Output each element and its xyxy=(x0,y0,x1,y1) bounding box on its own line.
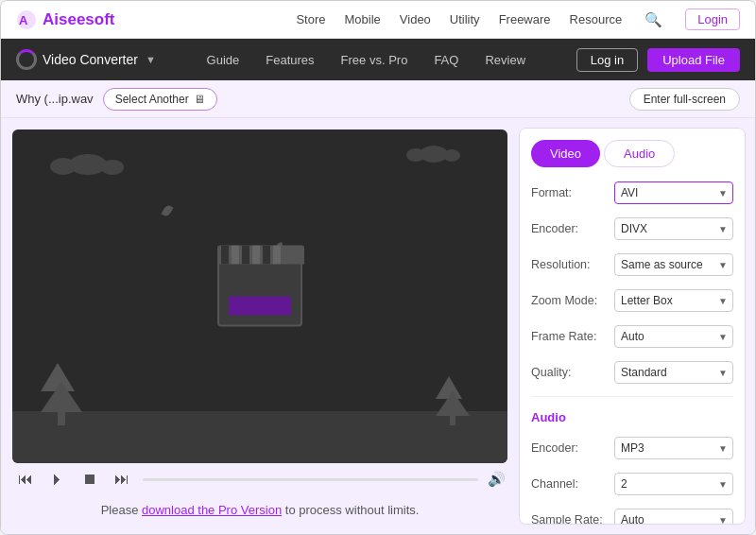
quality-select-wrap: Standard ▼ xyxy=(614,361,733,384)
framerate-row: Frame Rate: Auto ▼ xyxy=(531,322,733,351)
search-icon[interactable]: 🔍 xyxy=(641,11,666,28)
quality-label: Quality: xyxy=(531,366,607,379)
resolution-select-wrap: Same as source ▼ xyxy=(614,253,733,276)
audio-encoder-label: Encoder: xyxy=(531,441,607,455)
resolution-label: Resolution: xyxy=(531,258,607,271)
nav-store[interactable]: Store xyxy=(296,12,325,26)
bottom-bar: Please download the Pro Version to proce… xyxy=(12,495,507,526)
resolution-select[interactable]: Same as source xyxy=(614,253,733,276)
file-label: Why (...ip.wav xyxy=(16,92,94,106)
spinner-icon xyxy=(16,49,37,70)
play-button[interactable]: ⏵ xyxy=(46,469,69,490)
divider xyxy=(531,396,733,397)
sample-rate-select[interactable]: Auto xyxy=(614,509,733,525)
subnav-review[interactable]: Review xyxy=(485,53,525,67)
subnav-guide[interactable]: Guide xyxy=(207,53,240,67)
encoder-select-wrap: DIVX ▼ xyxy=(614,217,733,240)
tab-audio[interactable]: Audio xyxy=(604,140,675,167)
sample-rate-select-wrap: Auto ▼ xyxy=(614,509,733,525)
format-row: Format: AVI ▼ xyxy=(531,179,733,207)
enter-fullscreen-button[interactable]: Enter full-screen xyxy=(629,88,740,111)
logo-icon: A xyxy=(16,9,37,30)
top-nav-links: Store Mobile Video Utility Freeware Reso… xyxy=(296,9,740,30)
bottom-suffix: to process without limits. xyxy=(282,503,419,517)
channel-row: Channel: 2 ▼ xyxy=(531,470,733,498)
sub-nav-links: Guide Features Free vs. Pro FAQ Review xyxy=(207,53,525,67)
quality-row: Quality: Standard ▼ xyxy=(531,358,733,387)
video-preview xyxy=(12,129,507,463)
zoom-label: Zoom Mode: xyxy=(531,294,607,307)
stop-button[interactable]: ⏹ xyxy=(78,469,101,490)
subnav-features[interactable]: Features xyxy=(266,53,314,67)
monitor-icon: 🖥 xyxy=(194,93,205,106)
main-content: ⏮ ⏵ ⏹ ⏭ 🔊 Please download the Pro Versio… xyxy=(1,118,755,534)
toolbar: Why (...ip.wav Select Another 🖥 Enter fu… xyxy=(1,80,755,118)
select-another-label: Select Another xyxy=(115,93,189,106)
audio-section-label: Audio xyxy=(531,406,733,426)
subnav-freevspro[interactable]: Free vs. Pro xyxy=(341,53,408,67)
nav-video[interactable]: Video xyxy=(400,12,431,26)
zoom-select-wrap: Letter Box ▼ xyxy=(614,289,733,312)
channel-select[interactable]: 2 xyxy=(614,473,733,495)
audio-encoder-select[interactable]: MP3 xyxy=(614,437,733,459)
format-label: Format: xyxy=(531,186,607,199)
skip-back-button[interactable]: ⏮ xyxy=(14,469,37,490)
app-name: Video Converter xyxy=(43,52,138,67)
framerate-select-wrap: Auto ▼ xyxy=(614,325,733,348)
encoder-row: Encoder: DIVX ▼ xyxy=(531,215,733,243)
sample-rate-label: Sample Rate: xyxy=(531,513,607,525)
select-another-button[interactable]: Select Another 🖥 xyxy=(103,88,217,111)
subnav-faq[interactable]: FAQ xyxy=(434,53,458,67)
format-select-wrap: AVI ▼ xyxy=(614,181,733,204)
audio-encoder-row: Encoder: MP3 ▼ xyxy=(531,434,733,462)
encoder-label: Encoder: xyxy=(531,222,607,235)
nav-utility[interactable]: Utility xyxy=(450,12,480,26)
nav-resource[interactable]: Resource xyxy=(570,12,623,26)
sub-nav-left: Video Converter ▼ xyxy=(16,49,156,70)
format-select[interactable]: AVI xyxy=(614,181,733,204)
sub-nav-right: Log in Upload File xyxy=(576,48,740,72)
framerate-label: Frame Rate: xyxy=(531,330,607,343)
dropdown-arrow-icon[interactable]: ▼ xyxy=(146,54,156,65)
tab-row: Video Audio xyxy=(531,140,733,167)
tab-video[interactable]: Video xyxy=(531,140,600,167)
encoder-select[interactable]: DIVX xyxy=(614,217,733,240)
channel-select-wrap: 2 ▼ xyxy=(614,473,733,495)
zoom-row: Zoom Mode: Letter Box ▼ xyxy=(531,286,733,315)
svg-text:A: A xyxy=(19,13,28,27)
logo: A Aiseesoft xyxy=(16,9,115,30)
resolution-row: Resolution: Same as source ▼ xyxy=(531,250,733,279)
log-in-button[interactable]: Log in xyxy=(576,48,638,72)
video-controls: ⏮ ⏵ ⏹ ⏭ 🔊 xyxy=(12,463,507,495)
zoom-select[interactable]: Letter Box xyxy=(614,289,733,312)
top-nav: A Aiseesoft Store Mobile Video Utility F… xyxy=(1,1,755,39)
nav-freeware[interactable]: Freeware xyxy=(499,12,551,26)
sample-rate-row: Sample Rate: Auto ▼ xyxy=(531,506,733,525)
quality-select[interactable]: Standard xyxy=(614,361,733,384)
login-button[interactable]: Login xyxy=(685,9,740,30)
video-panel: ⏮ ⏵ ⏹ ⏭ 🔊 Please download the Pro Versio… xyxy=(1,118,519,534)
nav-mobile[interactable]: Mobile xyxy=(345,12,381,26)
audio-encoder-select-wrap: MP3 ▼ xyxy=(614,437,733,459)
logo-text: Aiseesoft xyxy=(43,10,115,29)
channel-label: Channel: xyxy=(531,477,607,491)
volume-icon[interactable]: 🔊 xyxy=(488,471,506,488)
skip-forward-button[interactable]: ⏭ xyxy=(111,469,133,490)
download-pro-link[interactable]: download the Pro Version xyxy=(142,503,282,517)
upload-file-button[interactable]: Upload File xyxy=(647,48,740,72)
settings-panel: Video Audio Format: AVI ▼ Encoder: DIV xyxy=(519,128,746,525)
framerate-select[interactable]: Auto xyxy=(614,325,733,348)
bottom-text: Please xyxy=(101,503,142,517)
progress-bar[interactable] xyxy=(143,478,478,481)
toolbar-left: Why (...ip.wav Select Another 🖥 xyxy=(16,88,217,111)
sub-nav: Video Converter ▼ Guide Features Free vs… xyxy=(1,39,755,80)
